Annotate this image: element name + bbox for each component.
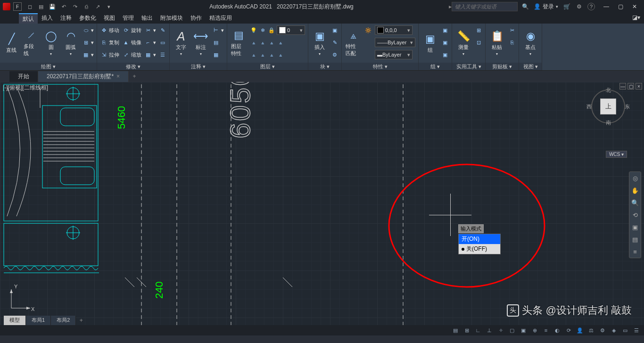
match-props-button[interactable]: ⟁特性 匹配 bbox=[344, 24, 363, 61]
status-ortho-icon[interactable]: ⊥ bbox=[485, 326, 494, 335]
maximize-button[interactable]: ▢ bbox=[614, 2, 627, 11]
draw-misc[interactable]: ▦▾ bbox=[81, 49, 95, 60]
status-polar-icon[interactable]: ✧ bbox=[496, 326, 505, 335]
viewcube-top[interactable]: 上 bbox=[600, 98, 616, 114]
modify-misc[interactable]: ▭ bbox=[158, 37, 167, 48]
cart-icon[interactable]: 🛒 bbox=[563, 3, 570, 10]
qat-item[interactable]: ↶ bbox=[58, 2, 69, 11]
file-menu-icon[interactable]: F bbox=[13, 2, 22, 11]
qat-item[interactable]: ↗ bbox=[92, 2, 103, 11]
linetype-combo[interactable]: —— ByLayer bbox=[375, 38, 415, 47]
util-misc[interactable]: ⊞ bbox=[474, 24, 483, 36]
option-on[interactable]: 开(ON) bbox=[459, 234, 500, 244]
nav-collapse-icon[interactable]: ≡ bbox=[629, 245, 641, 258]
viewcube-n[interactable]: 北 bbox=[606, 87, 611, 94]
group-button[interactable]: ▣组 bbox=[421, 24, 439, 61]
status-osnap-icon[interactable]: ▢ bbox=[507, 326, 517, 335]
qat-item[interactable]: ▤ bbox=[36, 2, 46, 11]
util-misc[interactable]: ⊡ bbox=[474, 37, 483, 48]
status-3dosnap-icon[interactable]: ▣ bbox=[519, 326, 528, 335]
ribbon-tab-view[interactable]: 视图 bbox=[100, 13, 119, 24]
fillet-button[interactable]: ⌐▾ bbox=[143, 37, 157, 48]
block-misc[interactable]: ⚙ bbox=[330, 49, 339, 60]
viewcube[interactable]: 北 南 东 西 上 bbox=[589, 88, 627, 125]
status-lw-icon[interactable]: ≡ bbox=[541, 326, 551, 335]
layout-tab-model[interactable]: 模型 bbox=[4, 316, 26, 325]
ribbon-tab-addins[interactable]: 附加模块 bbox=[157, 13, 187, 24]
color-combo[interactable]: 0,0,0 bbox=[375, 25, 413, 35]
layer-on-icon[interactable]: 💡 bbox=[250, 26, 257, 34]
ucs-icon[interactable]: Y X bbox=[7, 285, 35, 314]
viewcube-e[interactable]: 东 bbox=[625, 103, 630, 110]
file-tab-drawing[interactable]: 20220717日三层彭府别墅*× bbox=[38, 71, 129, 82]
ribbon-tab-default[interactable]: 默认 bbox=[19, 13, 38, 24]
group-misc[interactable]: ▣ bbox=[440, 24, 450, 36]
status-trans-icon[interactable]: ◐ bbox=[553, 326, 562, 335]
block-misc[interactable]: ✎ bbox=[330, 37, 339, 48]
status-grid-icon[interactable]: ⊞ bbox=[462, 326, 471, 335]
qat-item[interactable]: ↷ bbox=[70, 2, 80, 11]
nav-misc-icon[interactable]: ▣ bbox=[629, 221, 641, 233]
modify-misc[interactable]: ☰ bbox=[158, 49, 167, 60]
layout-tab-1[interactable]: 布局1 bbox=[26, 316, 51, 325]
status-cycle-icon[interactable]: ⟳ bbox=[564, 326, 573, 335]
ribbon-tab-collab[interactable]: 协作 bbox=[187, 13, 206, 24]
nav-misc-icon[interactable]: ▤ bbox=[629, 233, 641, 245]
status-custom-icon[interactable]: ☰ bbox=[632, 326, 641, 335]
trim-button[interactable]: ✂▾ bbox=[143, 24, 157, 36]
ribbon-tab-parametric[interactable]: 参数化 bbox=[75, 13, 100, 24]
status-snap-icon[interactable]: ∟ bbox=[473, 326, 483, 335]
nav-zoom-icon[interactable]: 🔍 bbox=[629, 196, 641, 209]
ribbon-tab-output[interactable]: 输出 bbox=[138, 13, 157, 24]
annot-misc[interactable]: ⊢▾ bbox=[211, 24, 225, 36]
qat-item[interactable]: ⎙ bbox=[81, 2, 91, 11]
move-button[interactable]: ✥移动 bbox=[99, 24, 120, 36]
status-ws-icon[interactable]: ⚙ bbox=[598, 326, 607, 335]
insert-block-button[interactable]: ▣插入▾ bbox=[310, 24, 329, 61]
layout-tab-2[interactable]: 布局2 bbox=[51, 316, 76, 325]
close-tab-icon[interactable]: × bbox=[116, 73, 120, 80]
scale-button[interactable]: ⤢缩放 bbox=[121, 49, 142, 60]
layer-tools[interactable]: ⟁⟁⟁⟁ bbox=[249, 49, 306, 60]
drawing-area[interactable]: [-][俯视][二维线框] — ▢ × 5460 240 bbox=[0, 82, 644, 325]
status-anno-icon[interactable]: 👤 bbox=[575, 326, 585, 335]
circle-button[interactable]: ◯圆▾ bbox=[41, 24, 60, 61]
draw-misc[interactable]: ⬭▾ bbox=[81, 24, 95, 36]
option-listbox[interactable]: 开(ON) 关(OFF) bbox=[458, 234, 501, 254]
nav-pan-icon[interactable]: ✋ bbox=[629, 184, 641, 196]
option-off[interactable]: 关(OFF) bbox=[459, 244, 500, 254]
clip-misc[interactable]: ✂ bbox=[507, 24, 517, 36]
qat-item[interactable]: 💾 bbox=[47, 2, 58, 11]
minimize-button[interactable]: — bbox=[600, 2, 613, 11]
stretch-button[interactable]: ⇲拉伸 bbox=[99, 49, 120, 60]
layer-properties-button[interactable]: ▤图层 特性 bbox=[229, 24, 248, 61]
layer-tools[interactable]: ⟁⟁⟁⟁ bbox=[249, 37, 306, 48]
layer-freeze-icon[interactable]: ❄ bbox=[259, 26, 266, 34]
basepoint-button[interactable]: ◉基点▾ bbox=[521, 24, 540, 61]
file-tab-start[interactable]: 开始 bbox=[9, 71, 38, 82]
ribbon-tab-annotate[interactable]: 注释 bbox=[57, 13, 75, 24]
apps-icon[interactable]: ⚙ bbox=[575, 3, 583, 10]
lineweight-combo[interactable]: ▬ ByLayer bbox=[375, 50, 413, 59]
add-layout-button[interactable]: + bbox=[76, 316, 86, 325]
search-icon[interactable]: 🔍 bbox=[521, 3, 529, 10]
wcs-label[interactable]: WCS ▾ bbox=[606, 151, 627, 158]
status-clean-icon[interactable]: ▭ bbox=[620, 326, 630, 335]
measure-button[interactable]: 📏测量▾ bbox=[454, 24, 473, 61]
line-button[interactable]: ╱直线 bbox=[2, 24, 21, 61]
modify-misc[interactable]: ✎ bbox=[158, 24, 167, 36]
text-button[interactable]: A文字▾ bbox=[172, 24, 190, 61]
group-misc[interactable]: ▣ bbox=[440, 49, 450, 60]
array-button[interactable]: ▦▾ bbox=[143, 49, 157, 60]
nav-orbit-icon[interactable]: ⟲ bbox=[629, 209, 641, 221]
status-dyn-icon[interactable]: ⊕ bbox=[530, 326, 539, 335]
qat-item[interactable]: ◻ bbox=[25, 2, 35, 11]
ribbon-collapse-icon[interactable]: ◪▾ bbox=[628, 13, 644, 24]
qat-item[interactable]: ▾ bbox=[104, 2, 114, 11]
layer-lock-icon[interactable]: 🔒 bbox=[268, 26, 275, 34]
status-scale-icon[interactable]: ⚖ bbox=[586, 326, 596, 335]
viewcube-s[interactable]: 南 bbox=[606, 119, 611, 126]
status-iso-icon[interactable]: ◈ bbox=[609, 326, 619, 335]
draw-misc[interactable]: ⊞▾ bbox=[81, 37, 95, 48]
login-button[interactable]: 👤登录▾ bbox=[534, 3, 558, 11]
